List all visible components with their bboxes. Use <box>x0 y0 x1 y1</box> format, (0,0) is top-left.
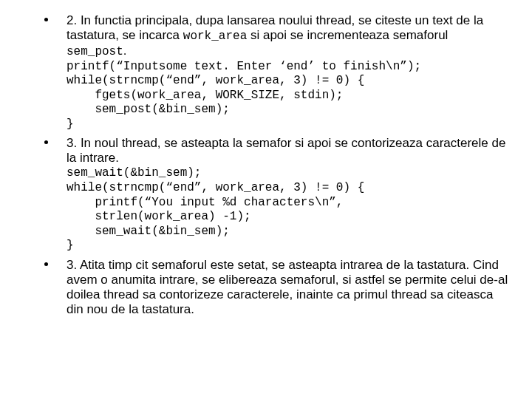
bullet-icon <box>44 262 48 266</box>
bullet-list: 2. In functia principala, dupa lansarea … <box>22 13 510 317</box>
item-prose: 3. In noul thread, se asteapta la semafo… <box>66 136 505 165</box>
list-item: 2. In functia principala, dupa lansarea … <box>22 13 510 132</box>
item-prose: . <box>123 44 127 58</box>
list-item: 3. Atita timp cit semaforul este setat, … <box>22 258 510 317</box>
item-prose: 3. Atita timp cit semaforul este setat, … <box>66 258 508 316</box>
bullet-icon <box>44 140 48 144</box>
code-block: sem_wait(&bin_sem); while(strncmp(“end”,… <box>66 166 510 253</box>
code-block: printf(“Inputsome text. Enter ‘end’ to f… <box>66 60 510 132</box>
item-prose: si apoi se incrementeaza semaforul <box>247 28 448 42</box>
list-item: 3. In noul thread, se asteapta la semafo… <box>22 136 510 253</box>
inline-code: sem_post <box>66 45 123 58</box>
document-page: 2. In functia principala, dupa lansarea … <box>0 0 532 317</box>
inline-code: work_area <box>183 30 247 43</box>
bullet-icon <box>44 18 48 21</box>
